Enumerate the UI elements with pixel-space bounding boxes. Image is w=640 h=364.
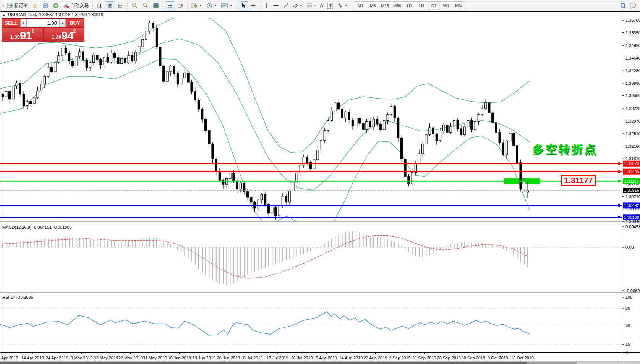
rsi-indicator-label: RSI(14) 33.2636	[2, 295, 33, 299]
svg-text:1.30916: 1.30916	[624, 188, 639, 193]
svg-text:-0.008928: -0.008928	[625, 288, 640, 293]
svg-text:1.34990: 1.34990	[625, 43, 640, 48]
svg-text:1.31670: 1.31670	[624, 161, 639, 166]
sell-price-main: 1.30	[10, 33, 20, 41]
svg-text:31 May 2019: 31 May 2019	[143, 356, 167, 360]
svg-text:1.32510: 1.32510	[625, 131, 640, 136]
svg-text:1.32870: 1.32870	[625, 119, 640, 123]
svg-text:1.31810: 1.31810	[625, 156, 640, 161]
chart-canvas[interactable]: 1.357001.353501.349901.346401.342801.339…	[0, 0, 640, 364]
svg-text:1.30492: 1.30492	[624, 203, 639, 208]
svg-text:28 Jun 2019: 28 Jun 2019	[217, 356, 240, 360]
buy-price-display[interactable]: 1.30 94 2	[44, 28, 84, 42]
chart-title: ▲ USDCAD-,Daily 1.30867 1.31218 1.30700 …	[2, 12, 103, 17]
level-line-handle[interactable]	[618, 204, 620, 207]
svg-text:19 Jun 2019: 19 Jun 2019	[193, 356, 216, 360]
svg-text:20 Sep 2019: 20 Sep 2019	[437, 356, 461, 360]
svg-text:1.34640: 1.34640	[625, 56, 640, 60]
svg-text:1.33580: 1.33580	[625, 93, 640, 98]
svg-text:11 Sep 2019: 11 Sep 2019	[413, 356, 436, 360]
buy-price-big: 94	[61, 30, 73, 41]
svg-text:1.31445: 1.31445	[624, 169, 639, 174]
svg-text:1.30160: 1.30160	[624, 215, 639, 220]
svg-text:15: 15	[625, 342, 630, 346]
collapse-arrow-icon[interactable]: ▲	[2, 13, 5, 17]
svg-text:17 Jul 2019: 17 Jul 2019	[267, 356, 288, 360]
svg-text:2 Sep 2019: 2 Sep 2019	[389, 356, 410, 360]
level-line-handle[interactable]	[618, 170, 620, 173]
svg-text:26 Jul 2019: 26 Jul 2019	[291, 356, 313, 360]
svg-text:18 Oct 2019: 18 Oct 2019	[511, 356, 534, 360]
svg-text:0: 0	[625, 350, 628, 355]
svg-text:0.00: 0.00	[625, 245, 634, 249]
svg-text:1.34280: 1.34280	[625, 68, 640, 73]
svg-text:1.33220: 1.33220	[625, 106, 640, 111]
macd-indicator-label: MACD(12,26,9) -0.004101 -0.001886	[2, 225, 72, 230]
svg-text:22 May 2019: 22 May 2019	[118, 356, 143, 360]
svg-text:1.33930: 1.33930	[625, 81, 640, 86]
svg-text:1.30740: 1.30740	[625, 194, 640, 199]
svg-text:9 Oct 2019: 9 Oct 2019	[488, 356, 508, 360]
level-line-handle[interactable]	[618, 162, 620, 165]
svg-text:80: 80	[625, 306, 630, 311]
buy-price-sup: 2	[73, 29, 76, 34]
svg-text:3 May 2019: 3 May 2019	[71, 356, 92, 360]
sell-price-sup: 6	[32, 29, 34, 34]
svg-text:14 Aug 2019: 14 Aug 2019	[339, 356, 363, 360]
price-callout-box[interactable]: 1.31177	[561, 175, 596, 186]
volume-decrease-button[interactable]: ▼	[20, 19, 26, 27]
svg-text:50: 50	[625, 323, 630, 327]
svg-text:100: 100	[625, 295, 632, 299]
volume-input[interactable]: 1.00	[26, 19, 60, 27]
svg-text:1.35700: 1.35700	[625, 18, 640, 23]
sell-price-big: 91	[20, 30, 32, 41]
sell-button[interactable]: SELL	[2, 19, 20, 27]
volume-increase-button[interactable]: ▲	[60, 19, 66, 27]
svg-text:4 Apr 2019: 4 Apr 2019	[0, 356, 18, 360]
bottom-scrollbar-thumb[interactable]	[0, 362, 527, 364]
sell-price-display[interactable]: 1.30 91 6	[2, 28, 43, 42]
svg-text:1.31177: 1.31177	[624, 179, 639, 183]
one-click-trading-panel: SELL ▼ 1.00 ▲ BUY 1.30 91 6 1.30 94 2	[2, 18, 84, 42]
level-line-handle[interactable]	[618, 180, 620, 182]
svg-text:0.004533: 0.004533	[625, 225, 640, 229]
svg-text:1.32160: 1.32160	[625, 144, 640, 149]
buy-button[interactable]: BUY	[66, 19, 84, 27]
svg-text:14 Apr 2019: 14 Apr 2019	[21, 356, 44, 360]
svg-text:23 Aug 2019: 23 Aug 2019	[364, 356, 387, 360]
svg-text:1.35350: 1.35350	[625, 31, 640, 35]
buy-price-main: 1.30	[52, 33, 61, 41]
svg-text:10 Jun 2019: 10 Jun 2019	[168, 356, 191, 360]
ohlc-values: 1.30867 1.31218 1.30700 1.30916	[39, 12, 103, 17]
svg-text:30 Sep 2019: 30 Sep 2019	[462, 356, 485, 360]
turning-point-annotation[interactable]: 多空转折点	[532, 142, 597, 157]
svg-text:24 Apr 2019: 24 Apr 2019	[46, 356, 68, 360]
level-line-handle[interactable]	[618, 216, 620, 218]
svg-text:5 Aug 2019: 5 Aug 2019	[316, 356, 337, 360]
mt4-window: 新订单 自动交易	[0, 0, 640, 364]
symbol-period-label: USDCAD-,Daily	[8, 12, 38, 17]
svg-text:8 Jul 2019: 8 Jul 2019	[243, 356, 263, 360]
svg-text:13 May 2019: 13 May 2019	[94, 356, 118, 360]
